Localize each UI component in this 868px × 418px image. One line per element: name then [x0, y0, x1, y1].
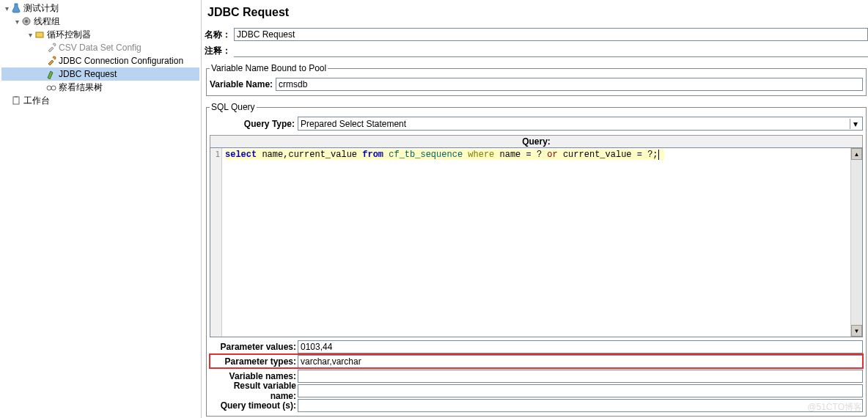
sql-text: name = ?	[494, 150, 547, 160]
sql-keyword: from	[362, 150, 383, 160]
sql-text: name,current_value	[257, 150, 362, 160]
tree-label: 循环控制器	[47, 29, 91, 41]
line-number: 1	[210, 150, 220, 159]
tree-node-test-plan[interactable]: ▾ 测试计划	[1, 1, 199, 15]
thread-icon	[21, 15, 32, 27]
chevron-down-icon[interactable]: ▾	[850, 119, 860, 129]
varname-input[interactable]	[276, 78, 863, 91]
scroll-down-icon[interactable]: ▼	[851, 325, 862, 337]
svg-rect-6	[15, 96, 18, 98]
tree-toggle-icon[interactable]: ▾	[13, 18, 21, 26]
tree-label: 察看结果树	[59, 81, 103, 94]
sql-fieldset: SQL Query Query Type: Prepared Select St…	[206, 102, 867, 417]
svg-point-4	[51, 86, 56, 90]
query-type-label: Query Type:	[210, 119, 298, 129]
sql-editor[interactable]: 1 select name,current_value from cf_tb_s…	[210, 147, 863, 337]
query-type-row: Query Type: Prepared Select Statement ▾	[210, 117, 863, 131]
panel-title: JDBC Request	[207, 6, 868, 19]
param-types-label: Parameter types:	[210, 356, 298, 367]
timeout-row: Query timeout (s):	[210, 398, 863, 412]
sampler-icon	[45, 68, 57, 80]
var-names-row: Variable names:	[210, 369, 863, 383]
param-types-row: Parameter types:	[210, 354, 863, 368]
comment-row: 注释：	[205, 44, 868, 57]
beaker-icon	[10, 2, 22, 14]
tree-node-csv-config[interactable]: CSV Data Set Config	[1, 41, 199, 54]
tree-node-thread-group[interactable]: ▾ 线程组	[1, 15, 199, 28]
tree-label: 测试计划	[23, 2, 59, 15]
scroll-track[interactable]	[851, 160, 862, 325]
svg-point-1	[25, 20, 28, 23]
line-gutter: 1	[210, 148, 222, 337]
scroll-up-icon[interactable]: ▲	[851, 148, 862, 160]
pool-fieldset: Variable Name Bound to Pool Variable Nam…	[206, 63, 867, 96]
pool-legend: Variable Name Bound to Pool	[210, 63, 328, 73]
varname-row: Variable Name:	[210, 78, 863, 91]
svg-rect-2	[36, 32, 43, 37]
svg-point-3	[47, 86, 51, 90]
result-var-input[interactable]	[298, 384, 863, 397]
svg-rect-5	[13, 97, 19, 104]
tree-panel: ▾ 测试计划 ▾ 线程组 ▾ 循环控制器 CSV Data Set Config…	[0, 0, 202, 418]
sql-keyword: select	[225, 150, 257, 160]
tree-label: CSV Data Set Config	[59, 43, 141, 53]
details-panel: JDBC Request 名称： 注释： Variable Name Bound…	[202, 0, 868, 418]
result-var-row: Result variable name:	[210, 384, 863, 397]
tree-node-results-tree[interactable]: 察看结果树	[1, 81, 199, 94]
var-names-input[interactable]	[298, 370, 863, 383]
param-types-input[interactable]	[298, 355, 863, 368]
clipboard-icon	[10, 95, 22, 106]
timeout-label: Query timeout (s):	[210, 400, 298, 411]
glasses-icon	[45, 81, 57, 93]
comment-input[interactable]	[234, 44, 868, 57]
tree-label: 工作台	[23, 95, 50, 107]
name-row: 名称：	[205, 28, 868, 41]
tree-toggle-icon[interactable]: ▾	[26, 31, 34, 39]
sql-legend: SQL Query	[210, 102, 257, 112]
timeout-input[interactable]	[298, 399, 863, 412]
query-header: Query:	[210, 135, 863, 147]
sql-keyword: where	[468, 150, 494, 160]
varname-label: Variable Name:	[210, 79, 276, 89]
comment-label: 注释：	[205, 45, 234, 57]
sql-keyword: or	[547, 150, 557, 160]
tree-node-jdbc-request[interactable]: JDBC Request	[1, 67, 199, 81]
tree-label: JDBC Request	[59, 69, 117, 79]
tree-toggle-icon[interactable]: ▾	[3, 4, 10, 12]
var-names-label: Variable names:	[210, 371, 298, 381]
sql-content[interactable]: select name,current_value from cf_tb_seq…	[222, 148, 862, 337]
param-values-label: Parameter values:	[210, 342, 298, 352]
caret-icon	[658, 150, 664, 160]
wrench-icon	[45, 42, 57, 54]
result-var-label: Result variable name:	[210, 381, 298, 401]
name-label: 名称：	[205, 29, 234, 41]
sql-text: current_value = ?;	[558, 150, 658, 160]
tree-node-workbench[interactable]: 工作台	[1, 94, 199, 107]
tree-label: 线程组	[34, 15, 60, 28]
query-type-select[interactable]: Prepared Select Statement ▾	[298, 117, 863, 131]
scrollbar[interactable]: ▲ ▼	[850, 148, 862, 337]
watermark: @51CTO博客	[807, 401, 862, 414]
name-input[interactable]	[234, 28, 868, 41]
tree-node-loop-controller[interactable]: ▾ 循环控制器	[1, 28, 199, 41]
loop-icon	[34, 29, 45, 40]
tree-node-jdbc-connection[interactable]: JDBC Connection Configuration	[1, 54, 199, 67]
query-type-value: Prepared Select Statement	[301, 119, 406, 129]
param-values-row: Parameter values:	[210, 340, 863, 353]
bottom-params: Parameter values: Parameter types: Varia…	[210, 339, 863, 413]
tree-label: JDBC Connection Configuration	[59, 56, 183, 66]
param-values-input[interactable]	[298, 340, 863, 353]
wrench-icon	[45, 55, 57, 67]
sql-table: cf_tb_sequence	[383, 150, 468, 160]
